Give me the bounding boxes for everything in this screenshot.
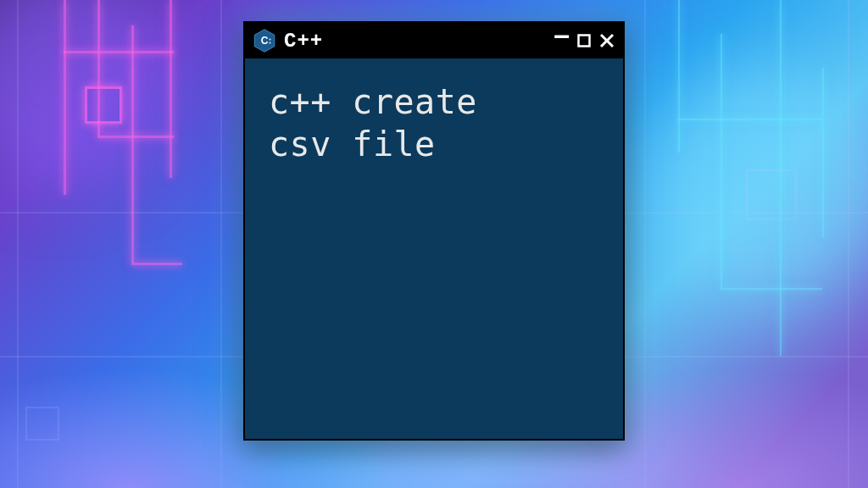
window-controls: — [554,29,615,53]
svg-text:+: + [269,41,271,45]
titlebar[interactable]: C + + C++ — [245,23,623,58]
maximize-button[interactable] [577,34,591,47]
terminal-window: C + + C++ — c++ create csv file [243,21,625,441]
svg-rect-4 [579,36,590,47]
close-button[interactable] [599,33,615,48]
svg-text:C: C [261,35,269,47]
cpp-logo-icon: C + + [253,29,275,53]
svg-text:+: + [269,37,271,42]
terminal-content[interactable]: c++ create csv file [245,58,623,439]
window-title: C++ [284,30,546,53]
minimize-button[interactable]: — [554,24,569,47]
